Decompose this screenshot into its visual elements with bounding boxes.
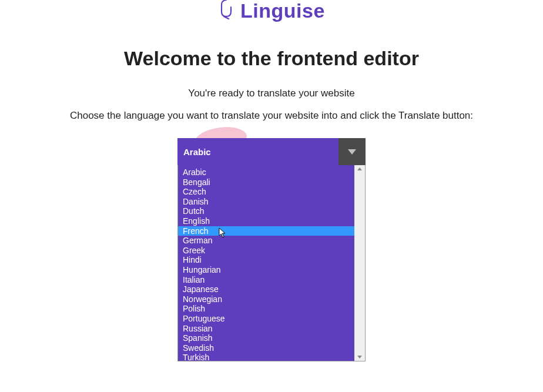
language-option[interactable]: Japanese bbox=[178, 284, 354, 294]
language-option[interactable]: Dutch bbox=[178, 206, 354, 216]
language-option-list: ArabicBengaliCzechDanishDutchEnglishFren… bbox=[178, 165, 354, 361]
language-option[interactable]: English bbox=[178, 216, 354, 226]
language-dropdown: ArabicBengaliCzechDanishDutchEnglishFren… bbox=[177, 165, 366, 361]
chevron-down-icon bbox=[348, 149, 356, 155]
language-option[interactable]: Hungarian bbox=[178, 265, 354, 275]
language-option[interactable]: Norwegian bbox=[178, 294, 354, 304]
language-option[interactable]: Arabic bbox=[178, 165, 354, 177]
scrollbar[interactable] bbox=[354, 165, 365, 361]
language-select: Arabic ArabicBengaliCzechDanishDutchEngl… bbox=[177, 138, 366, 361]
logo-text: Linguise bbox=[240, 0, 325, 22]
language-option[interactable]: Greek bbox=[178, 246, 354, 256]
scroll-up-icon bbox=[357, 167, 362, 170]
language-option[interactable]: Polish bbox=[178, 304, 354, 314]
logo: Linguise bbox=[218, 0, 325, 22]
subheading: You're ready to translate your website bbox=[188, 88, 354, 99]
language-option[interactable]: Bengali bbox=[178, 177, 354, 187]
language-option[interactable]: Spanish bbox=[178, 333, 354, 343]
language-option[interactable]: Italian bbox=[178, 275, 354, 285]
logo-icon bbox=[218, 0, 234, 22]
instruction-text: Choose the language you want to translat… bbox=[70, 110, 473, 122]
scroll-down-icon bbox=[357, 356, 362, 359]
language-option[interactable]: Danish bbox=[178, 197, 354, 207]
language-option[interactable]: Czech bbox=[178, 187, 354, 197]
page-heading: Welcome to the frontend editor bbox=[124, 47, 419, 70]
language-option[interactable]: Portuguese bbox=[178, 314, 354, 324]
language-option[interactable]: Turkish bbox=[178, 353, 354, 361]
language-option[interactable]: French bbox=[178, 226, 354, 236]
language-option[interactable]: Russian bbox=[178, 324, 354, 334]
language-select-toggle[interactable] bbox=[338, 138, 366, 165]
language-select-header[interactable]: Arabic bbox=[177, 138, 366, 165]
language-option[interactable]: Hindi bbox=[178, 255, 354, 265]
language-select-value: Arabic bbox=[177, 138, 338, 165]
language-option[interactable]: Swedish bbox=[178, 343, 354, 353]
language-option[interactable]: German bbox=[178, 236, 354, 246]
